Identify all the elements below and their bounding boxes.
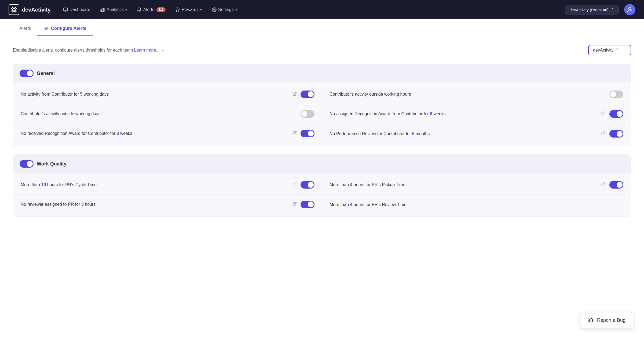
alert-row: More than 4 hours for PR's Review Time — [322, 195, 631, 214]
alert-toggle[interactable] — [609, 91, 623, 98]
team-selector[interactable]: devActivity ⌃ — [588, 45, 631, 55]
alert-text: No reviewer assigned to PR for 3 hours — [21, 202, 289, 207]
tab-configure-alerts[interactable]: Configure Alerts — [37, 19, 93, 36]
svg-point-6 — [629, 7, 631, 10]
svg-rect-1 — [101, 10, 101, 12]
edit-icon[interactable] — [292, 202, 297, 207]
alert-actions — [609, 91, 623, 98]
alert-row: Contributor's activity outside working h… — [322, 85, 631, 104]
edit-icon[interactable] — [292, 131, 297, 136]
nav-alerts[interactable]: Alerts 813 — [133, 5, 169, 14]
edit-icon[interactable] — [601, 131, 606, 136]
alert-value: 8 — [430, 111, 432, 116]
avatar-icon — [626, 6, 633, 13]
alert-actions — [601, 110, 623, 118]
alert-toggle[interactable] — [609, 181, 623, 189]
nav-logo[interactable]: devActivity — [9, 4, 51, 15]
workspace-selector[interactable]: devActivity (Premium) ⌃ — [565, 5, 619, 15]
content-description: Enable/disable alerts, configure alerts … — [13, 48, 165, 53]
bell-icon — [137, 7, 142, 12]
alert-value: 5 — [80, 92, 82, 96]
edit-icon[interactable] — [601, 111, 606, 117]
bug-icon — [588, 317, 594, 323]
svg-rect-0 — [63, 8, 67, 11]
alert-text-after: hours for PR's Pickup Time — [352, 182, 405, 187]
alert-row: No assigned Recognition Award from Contr… — [322, 104, 631, 124]
nav-settings[interactable]: Settings ▾ — [208, 5, 241, 14]
general-section-toggle[interactable] — [20, 70, 34, 77]
alert-text-before: More than — [330, 182, 350, 187]
alert-text-after: hours for PR's Review Time — [352, 202, 406, 207]
alert-text: More than 4 hours for PR's Pickup Time — [330, 182, 598, 187]
edit-icon[interactable] — [292, 182, 297, 187]
nav-alerts-label: Alerts — [143, 7, 154, 12]
alert-text-before: No received Recognition Award for Contri… — [21, 131, 116, 136]
svg-rect-2 — [102, 9, 103, 12]
work-quality-section: Work Quality More than 10 hours for PR's… — [13, 154, 631, 217]
alert-text: No assigned Recognition Award from Contr… — [330, 111, 598, 116]
svg-rect-3 — [104, 8, 104, 12]
report-bug-button[interactable]: Report a Bug — [580, 312, 633, 328]
alert-value: 3 — [81, 202, 84, 207]
nav-dashboard[interactable]: Dashboard — [59, 5, 94, 14]
alert-text: Contributor's activity outside working d… — [21, 111, 297, 116]
navbar: devActivity Dashboard Analytics ▾ Alerts… — [0, 0, 644, 19]
alert-row: No received Recognition Award for Contri… — [13, 124, 322, 143]
nav-rewards[interactable]: Rewards ▾ — [171, 5, 206, 14]
general-section-body: No activity from Contributor for 5 worki… — [13, 82, 631, 146]
alert-text-before: No reviewer assigned to PR for — [21, 202, 81, 207]
svg-point-12 — [46, 29, 47, 30]
general-section-title: General — [37, 71, 55, 76]
tab-alerts-label: Alerts — [19, 26, 31, 31]
work-quality-alerts-grid: More than 10 hours for PR's Cycle Time — [13, 175, 631, 214]
alert-toggle[interactable] — [301, 110, 314, 118]
alert-value: 10 — [41, 182, 46, 187]
user-avatar[interactable] — [624, 4, 635, 15]
work-quality-section-title: Work Quality — [37, 161, 67, 167]
learn-more-link[interactable]: Learn more... → — [134, 48, 165, 52]
alert-text-before: No activity from Contributor for — [21, 92, 80, 96]
workspace-chevron: ⌃ — [611, 7, 614, 12]
edit-icon[interactable] — [601, 182, 606, 187]
edit-icon[interactable] — [292, 92, 297, 97]
configure-alerts-icon — [44, 26, 49, 31]
nav-analytics[interactable]: Analytics ▾ — [96, 5, 131, 14]
alert-toggle[interactable] — [609, 110, 623, 118]
general-section-header: General — [13, 64, 631, 82]
tab-configure-alerts-label: Configure Alerts — [51, 26, 86, 31]
nav-rewards-label: Rewards — [182, 7, 199, 12]
page-content: Enable/disable alerts, configure alerts … — [0, 36, 644, 234]
content-header: Enable/disable alerts, configure alerts … — [13, 45, 631, 55]
alert-text: No received Recognition Award for Contri… — [21, 131, 289, 136]
alert-toggle[interactable] — [301, 201, 314, 208]
alert-text: More than 4 hours for PR's Review Time — [330, 202, 620, 207]
alert-text-after: weeks — [432, 111, 446, 116]
alert-text: More than 10 hours for PR's Cycle Time — [21, 182, 289, 187]
alert-row: No activity from Contributor for 5 worki… — [13, 85, 322, 104]
alert-toggle[interactable] — [301, 91, 314, 98]
alert-actions — [292, 130, 314, 137]
logo-text: devActivity — [22, 7, 51, 13]
alert-text-before: No Performance Review for Contributor fo… — [330, 131, 412, 136]
alert-text-after: working days — [82, 92, 109, 96]
tab-alerts[interactable]: Alerts — [13, 19, 37, 36]
chevron-down-icon: ▾ — [125, 8, 127, 12]
alert-text-before: Contributor's activity outside working d… — [21, 111, 100, 116]
alert-actions — [292, 201, 314, 208]
workspace-name: devActivity (Premium) — [569, 8, 609, 12]
alert-text: Contributor's activity outside working h… — [330, 92, 606, 97]
alert-text: No activity from Contributor for 5 worki… — [21, 92, 289, 97]
main-content: Alerts Configure Alerts Enable/disable a… — [0, 19, 644, 339]
alert-value: 6 — [412, 131, 415, 136]
alert-row: No reviewer assigned to PR for 3 hours — [13, 195, 322, 214]
work-quality-section-toggle[interactable] — [20, 160, 34, 168]
svg-point-10 — [47, 27, 48, 28]
alert-text-after: hours — [84, 202, 96, 207]
star-icon — [175, 7, 180, 12]
alert-toggle[interactable] — [301, 181, 314, 189]
svg-marker-4 — [175, 8, 180, 12]
alert-row: Contributor's activity outside working d… — [13, 104, 322, 124]
alert-toggle[interactable] — [609, 130, 623, 138]
alert-toggle[interactable] — [301, 130, 314, 137]
general-section: General No activity from Contributor for… — [13, 64, 631, 146]
